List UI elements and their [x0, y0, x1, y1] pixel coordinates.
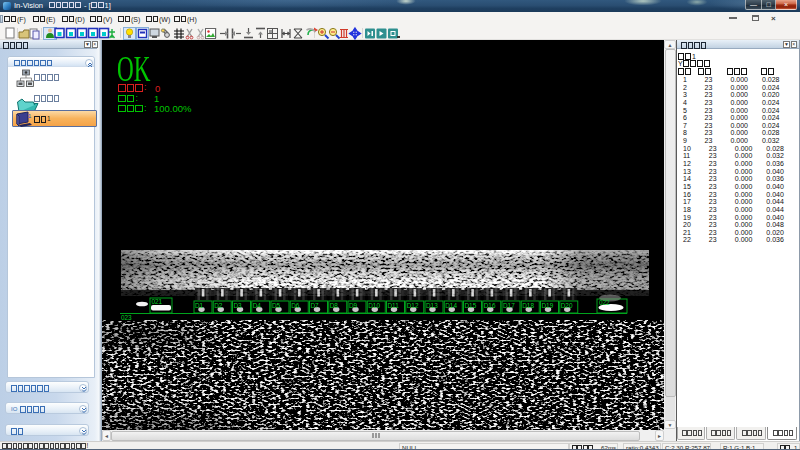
svg-text:D9: D9	[349, 302, 358, 309]
svg-text:D7: D7	[311, 302, 320, 309]
svg-text:D20: D20	[561, 302, 573, 309]
svg-text:D13: D13	[426, 302, 438, 309]
svg-text:D4: D4	[253, 302, 262, 309]
svg-text:D10: D10	[368, 302, 380, 309]
svg-text:023: 023	[121, 314, 132, 321]
svg-text:D15: D15	[465, 302, 477, 309]
svg-text:021: 021	[152, 298, 163, 305]
svg-text:D19: D19	[542, 302, 554, 309]
svg-text:D14: D14	[445, 302, 457, 309]
svg-text:D11: D11	[388, 302, 400, 309]
svg-text:D12: D12	[407, 302, 419, 309]
svg-text:D5: D5	[272, 302, 281, 309]
svg-text:D16: D16	[484, 302, 496, 309]
svg-text:D1: D1	[195, 302, 204, 309]
svg-text:D3: D3	[234, 302, 243, 309]
svg-text:D17: D17	[503, 302, 515, 309]
svg-text:D6: D6	[291, 302, 300, 309]
svg-text:D18: D18	[522, 302, 534, 309]
svg-text:D8: D8	[330, 302, 339, 309]
svg-text:D2: D2	[214, 302, 223, 309]
svg-text:022: 022	[599, 299, 610, 306]
